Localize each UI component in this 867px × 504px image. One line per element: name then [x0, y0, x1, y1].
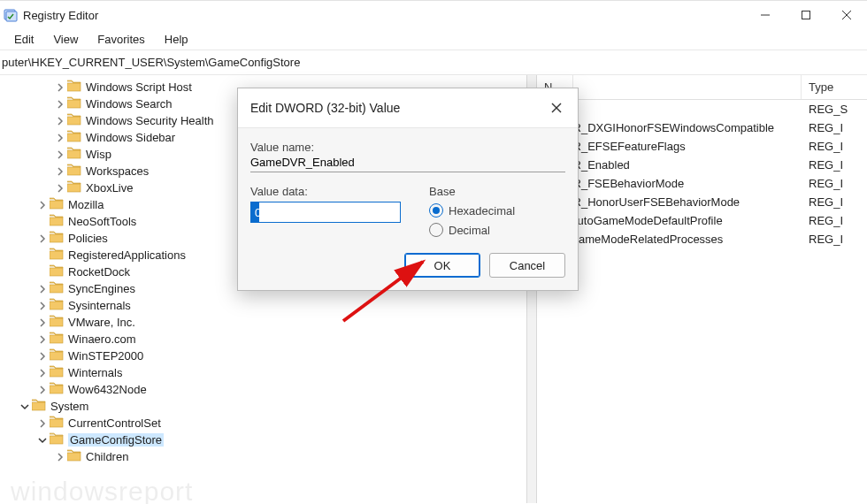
expand-icon[interactable] — [35, 299, 50, 313]
window-title: Registry Editor — [23, 9, 98, 22]
radio-hexadecimal[interactable]: Hexadecimal — [429, 203, 515, 218]
folder-icon — [50, 382, 68, 397]
close-button[interactable] — [826, 1, 867, 29]
menu-edit[interactable]: Edit — [5, 31, 42, 48]
minimize-button[interactable] — [745, 1, 786, 29]
tree-item-label: Sysinternals — [68, 299, 131, 312]
tree-item[interactable]: Winternals — [0, 364, 526, 381]
expand-icon[interactable] — [35, 416, 50, 431]
folder-icon — [32, 399, 50, 414]
address-bar[interactable]: puter\HKEY_CURRENT_USER\System\GameConfi… — [0, 50, 867, 75]
folder-icon — [67, 147, 86, 162]
cell-type: REG_I — [802, 158, 867, 172]
expand-icon[interactable] — [53, 97, 67, 111]
menu-help[interactable]: Help — [156, 31, 197, 48]
list-row[interactable]: neDVR_EFSEFeatureFlagsREG_I — [537, 137, 867, 156]
svg-marker-18 — [67, 181, 81, 184]
expand-icon[interactable] — [53, 450, 67, 464]
folder-icon — [67, 96, 86, 111]
svg-rect-17 — [67, 167, 81, 175]
tree-item-label: Wisp — [86, 148, 111, 161]
cell-type: REG_I — [802, 233, 867, 246]
list-pane[interactable]: N Type fault)REG_SneDVR_DXGIHonorFSEWind… — [537, 75, 867, 503]
expand-icon[interactable] — [35, 349, 50, 363]
tree-item-label: NeoSoftTools — [68, 215, 136, 228]
tree-item-label: GameConfigStore — [68, 433, 164, 447]
expand-icon[interactable] — [35, 433, 50, 447]
menu-favorites[interactable]: Favorites — [88, 31, 153, 48]
svg-rect-23 — [50, 218, 63, 225]
svg-marker-24 — [50, 232, 63, 234]
list-header-type[interactable]: Type — [802, 75, 867, 99]
cancel-button[interactable]: Cancel — [489, 253, 565, 278]
svg-rect-39 — [50, 352, 63, 360]
svg-rect-3 — [802, 11, 810, 19]
tree-item[interactable]: Winaero.com — [0, 331, 526, 347]
tree-item-label: VMware, Inc. — [68, 316, 135, 329]
watermark: windowsreport — [11, 477, 193, 504]
tree-item[interactable]: System — [0, 398, 526, 415]
maximize-button[interactable] — [786, 1, 826, 29]
folder-icon — [50, 348, 68, 363]
expand-icon[interactable] — [53, 114, 67, 128]
list-row[interactable]: neDVR_EnabledREG_I — [537, 156, 867, 174]
cell-type: REG_I — [802, 140, 867, 153]
svg-marker-12 — [67, 131, 81, 134]
tree-item[interactable]: Sysinternals — [0, 297, 526, 314]
tree-item-label: RocketDock — [68, 265, 130, 279]
ok-button[interactable]: OK — [404, 253, 480, 278]
tree-item[interactable]: Wow6432Node — [0, 381, 526, 398]
tree-item[interactable]: CurrentControlSet — [0, 415, 526, 431]
expand-icon[interactable] — [35, 316, 50, 330]
svg-rect-19 — [67, 184, 81, 192]
expand-icon[interactable] — [35, 215, 50, 229]
expand-icon[interactable] — [35, 198, 50, 212]
radio-decimal[interactable]: Decimal — [429, 223, 515, 237]
tree-item-label: Wow6432Node — [68, 383, 147, 396]
list-row[interactable]: neDVR_HonorUserFSEBehaviorModeREG_I — [537, 193, 867, 211]
tree-item-label: Windows Script Host — [86, 80, 192, 94]
tree-item[interactable]: Children — [0, 448, 526, 465]
expand-icon[interactable] — [35, 332, 50, 347]
svg-marker-46 — [50, 416, 63, 419]
tree-item-label: Winaero.com — [68, 332, 136, 346]
expand-icon[interactable] — [53, 164, 67, 179]
expand-icon[interactable] — [35, 265, 50, 279]
folder-icon — [50, 248, 68, 263]
list-row[interactable]: neDVR_FSEBehaviorModeREG_I — [537, 174, 867, 193]
svg-rect-9 — [67, 100, 81, 108]
svg-marker-44 — [32, 400, 45, 402]
expand-icon[interactable] — [35, 282, 50, 296]
tree-item[interactable]: VMware, Inc. — [0, 314, 526, 331]
tree-item-label: System — [50, 400, 88, 413]
value-name-field[interactable] — [250, 154, 565, 172]
list-row[interactable]: n32_GameModeRelatedProcessesREG_I — [537, 230, 867, 248]
svg-rect-37 — [50, 335, 63, 343]
expand-icon[interactable] — [35, 383, 50, 397]
menu-view[interactable]: View — [44, 31, 87, 48]
list-row[interactable]: fault)REG_S — [537, 100, 867, 118]
tree-item-label: Children — [86, 450, 128, 463]
svg-rect-15 — [67, 150, 81, 158]
expand-icon[interactable] — [53, 80, 67, 95]
svg-marker-20 — [50, 198, 63, 201]
dialog-close-button[interactable] — [546, 97, 567, 118]
value-data-input[interactable] — [250, 202, 401, 223]
list-row[interactable]: n32_AutoGameModeDefaultProfileREG_I — [537, 211, 867, 230]
svg-rect-35 — [50, 318, 63, 326]
tree-item[interactable]: WinSTEP2000 — [0, 347, 526, 364]
svg-marker-36 — [50, 332, 63, 335]
svg-marker-22 — [50, 215, 63, 218]
expand-icon[interactable] — [35, 232, 50, 246]
tree-item-label: Workspaces — [86, 164, 149, 178]
expand-icon[interactable] — [53, 131, 67, 145]
folder-icon — [67, 113, 86, 128]
svg-marker-42 — [50, 383, 63, 386]
expand-icon[interactable] — [35, 366, 50, 380]
expand-icon[interactable] — [53, 181, 67, 195]
expand-icon[interactable] — [18, 400, 32, 414]
expand-icon[interactable] — [53, 148, 67, 162]
expand-icon[interactable] — [35, 248, 50, 263]
list-row[interactable]: neDVR_DXGIHonorFSEWindowsCompatibleREG_I — [537, 118, 867, 137]
tree-item[interactable]: GameConfigStore — [0, 431, 526, 448]
